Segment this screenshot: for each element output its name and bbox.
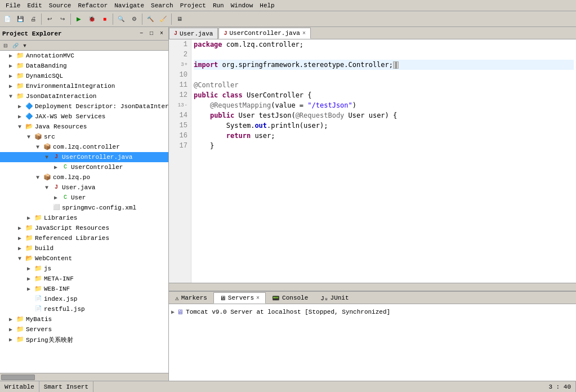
menu-source[interactable]: Source xyxy=(46,2,75,9)
tree-item-servers[interactable]: ▶ 📁 Servers xyxy=(0,324,168,335)
redo-button[interactable]: ↪ xyxy=(56,13,69,25)
clean-button[interactable]: 🧹 xyxy=(157,13,169,25)
tree-item-meta-inf[interactable]: ▶ 📁 META-INF xyxy=(0,274,168,284)
tree-item-dynamicsql[interactable]: ▶ 📁 DynamicSQL xyxy=(0,71,168,81)
tree-item-deployment[interactable]: ▶ 🔷 Deployment Descriptor: JsonDataInter… xyxy=(0,101,168,112)
debug-button[interactable]: 🐞 xyxy=(86,13,98,25)
menu-window[interactable]: Window xyxy=(227,2,257,9)
menu-refactor[interactable]: Refactor xyxy=(74,2,111,9)
code-line-11: @Controller xyxy=(194,80,574,90)
code-content[interactable]: package com.lzq.controller; import org.s… xyxy=(191,39,576,283)
settings-button[interactable]: ⚙ xyxy=(128,13,140,25)
class-icon: C xyxy=(61,163,70,172)
save-button[interactable]: 💾 xyxy=(14,13,26,25)
build-button[interactable]: 🔨 xyxy=(144,13,157,25)
menu-navigate[interactable]: Navigate xyxy=(111,2,148,9)
line-num-12: 12 xyxy=(169,90,191,100)
tree-item-jsondatainteraction[interactable]: ▼ 📁 JsonDataInteraction xyxy=(0,91,168,101)
tab-servers[interactable]: 🖥 Servers × xyxy=(213,292,266,304)
line-numbers: 1 2 3 + 10 11 12 13 - 14 xyxy=(169,39,191,283)
deploy-icon: 🔷 xyxy=(25,102,34,111)
tab-usercontroller-java[interactable]: J UserController.java × xyxy=(218,28,310,39)
tree-item-referenced-libraries[interactable]: ▶ 📁 Referenced Libraries xyxy=(0,233,168,243)
server-row[interactable]: ▶ 🖥 Tomcat v9.0 Server at localhost [Sto… xyxy=(171,306,574,318)
perspective-button[interactable]: 🖥 xyxy=(173,13,186,25)
maximize-icon[interactable]: □ xyxy=(147,29,156,38)
search-button[interactable]: 🔍 xyxy=(115,13,127,25)
toolbar-sep-4 xyxy=(142,14,142,25)
code-line-13: @RequestMapping(value = "/testJson") xyxy=(194,100,574,110)
js-resources-icon: 📁 xyxy=(25,224,34,233)
tree-item-jaxws[interactable]: ▶ 🔷 JAX-WS Web Services xyxy=(0,112,168,122)
tree-item-mybatis[interactable]: ▶ 📁 MyBatis xyxy=(0,314,168,324)
project-icon: 📁 xyxy=(16,61,25,70)
explorer-menu-button[interactable]: ▼ xyxy=(20,41,29,50)
tab-markers[interactable]: ⚠ Markers xyxy=(169,292,213,304)
tree-item-index-jsp[interactable]: ▶ 📄 index.jsp xyxy=(0,294,168,304)
link-editor-button[interactable]: 🔗 xyxy=(11,41,20,50)
tree-item-usercontroller-java[interactable]: ▼ J UserController.java xyxy=(0,152,168,162)
tree-item-src[interactable]: ▼ 📦 src xyxy=(0,132,168,142)
tree-item-libraries[interactable]: ▶ 📁 Libraries xyxy=(0,213,168,223)
line-num-17: 17 xyxy=(169,141,191,151)
tree-item-databanding[interactable]: ▶ 📁 DataBanding xyxy=(0,61,168,71)
tree-item-user-java[interactable]: ▼ J User.java xyxy=(0,182,168,193)
stop-button[interactable]: ■ xyxy=(99,13,111,25)
editor-horizontal-scrollbar[interactable] xyxy=(169,283,576,291)
code-line-16: return user; xyxy=(194,131,574,141)
project-icon: 📁 xyxy=(16,335,25,344)
line-num-15: 15 xyxy=(169,121,191,131)
menu-run[interactable]: Run xyxy=(209,2,227,9)
console-label: Console xyxy=(282,295,308,301)
tree-item-springmvc-config[interactable]: ▶ ⬜ springmvc-config.xml xyxy=(0,203,168,213)
tree-item-javascript-resources[interactable]: ▶ 📁 JavaScript Resources xyxy=(0,223,168,233)
tab-close-icon[interactable]: × xyxy=(302,30,306,37)
tab-user-java[interactable]: J User.java xyxy=(169,28,218,39)
close-icon[interactable]: × xyxy=(157,29,166,38)
server-expand-icon[interactable]: ▶ xyxy=(171,309,175,315)
left-panel-scrollbar[interactable] xyxy=(0,373,168,381)
tree-item-restful-jsp[interactable]: ▶ 📄 restful.jsp xyxy=(0,304,168,314)
servers-tab-label: Servers xyxy=(228,295,254,301)
menu-edit[interactable]: Edit xyxy=(24,2,45,9)
code-line-3: import org.springframework.stereotype.Co… xyxy=(194,60,574,70)
tree-item-envintegration[interactable]: ▶ 📁 EnvironmentalIntegration xyxy=(0,81,168,91)
tree-item-js[interactable]: ▶ 📁 js xyxy=(0,264,168,274)
line-num-16: 16 xyxy=(169,131,191,141)
project-icon: 📁 xyxy=(16,82,25,91)
tree-item-spring-mapping[interactable]: ▶ 📁 Spring关系映射 xyxy=(0,335,168,345)
toolbar-sep-5 xyxy=(171,14,172,25)
minimize-icon[interactable]: − xyxy=(137,29,146,38)
collapse-all-button[interactable]: ⊟ xyxy=(1,41,10,50)
project-icon: 📁 xyxy=(16,72,25,81)
servers-tab-close[interactable]: × xyxy=(256,295,260,301)
menu-file[interactable]: File xyxy=(2,2,24,9)
run-button[interactable]: ▶ xyxy=(73,13,85,25)
scrollbar-thumb[interactable] xyxy=(1,375,35,380)
project-icon: 📁 xyxy=(16,92,25,101)
tab-junit[interactable]: Jᵤ JUnit xyxy=(314,292,355,304)
tree-item-web-inf[interactable]: ▶ 📁 WEB-INF xyxy=(0,284,168,294)
code-line-2 xyxy=(194,50,574,60)
menu-project[interactable]: Project xyxy=(177,2,209,9)
tree-item-comlzqpo[interactable]: ▼ 📦 com.lzq.po xyxy=(0,172,168,182)
markers-icon: ⚠ xyxy=(175,295,179,302)
undo-button[interactable]: ↩ xyxy=(43,13,56,25)
tree-item-comlzqcontroller[interactable]: ▼ 📦 com.lzq.controller xyxy=(0,142,168,152)
tree-item-webcontent[interactable]: ▼ 📂 WebContent xyxy=(0,253,168,264)
tree-item-usercontroller-class[interactable]: ▶ C UserController xyxy=(0,162,168,172)
code-editor[interactable]: 1 2 3 + 10 11 12 13 - 14 xyxy=(169,39,576,283)
code-line-1: package com.lzq.controller; xyxy=(194,39,574,50)
tree-item-build[interactable]: ▶ 📁 build xyxy=(0,243,168,253)
print-button[interactable]: 🖨 xyxy=(27,13,39,25)
tree-item-javaresources[interactable]: ▼ 📂 Java Resources xyxy=(0,122,168,132)
new-button[interactable]: 📄 xyxy=(1,13,14,25)
menu-help[interactable]: Help xyxy=(256,2,278,9)
menu-search[interactable]: Search xyxy=(148,2,177,9)
tab-usercontroller-java-icon: J xyxy=(224,30,227,37)
tree-item-annotationmvc[interactable]: ▶ 📁 AnnotationMVC xyxy=(0,51,168,61)
status-bar: Writable Smart Insert 3 : 40 xyxy=(0,381,576,392)
line-num-14: 14 xyxy=(169,110,191,121)
tab-console[interactable]: 📟 Console xyxy=(266,292,314,304)
tree-item-user-class[interactable]: ▶ C User xyxy=(0,193,168,203)
